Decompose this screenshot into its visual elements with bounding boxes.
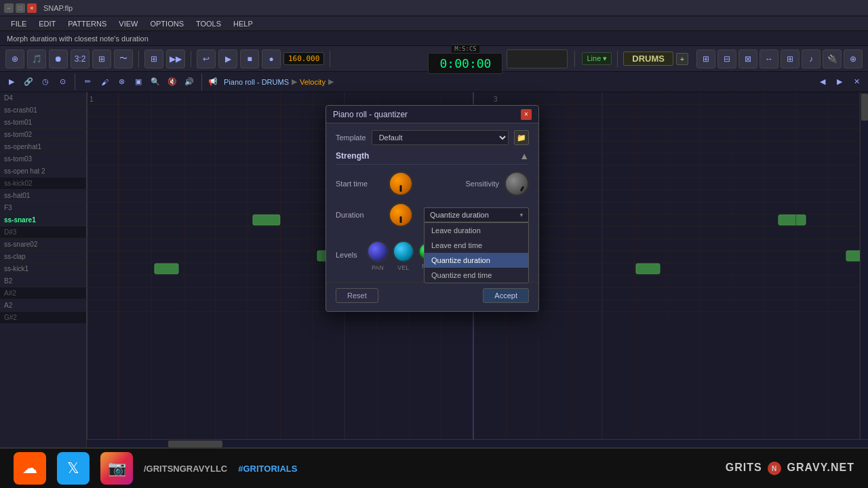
strength-title: Strength (336, 151, 369, 161)
key-b2[interactable]: B2 (0, 275, 86, 287)
line-selector[interactable]: Line ▾ (582, 52, 612, 65)
pr-loop[interactable]: ⊙ (55, 75, 70, 89)
menu-help[interactable]: HELP (228, 18, 258, 29)
magnet-btn[interactable]: 🎵 (27, 49, 46, 68)
pr-pencil[interactable]: ✏ (80, 75, 95, 89)
menu-options[interactable]: OPTIONS (144, 18, 189, 29)
record2-btn[interactable]: ● (262, 49, 281, 68)
key-tom01[interactable]: ss-tom01 (0, 117, 86, 129)
plugin-btn[interactable]: ⊞ (92, 49, 111, 68)
snap-btn[interactable]: ⊕ (5, 49, 24, 68)
play-btn[interactable]: ▶ (218, 49, 237, 68)
brand-end: GRAVY.NET (787, 462, 854, 473)
time-code: M:S:CS (452, 44, 479, 53)
stop-btn[interactable]: ■ (240, 49, 259, 68)
horizontal-scrollbar[interactable] (87, 439, 868, 447)
key-snare1[interactable]: ss-snare1 (0, 214, 86, 226)
count-btn[interactable]: 3:2 (71, 49, 90, 68)
tb-r5[interactable]: ⊞ (781, 49, 800, 68)
time-display: 0:00:00 (428, 53, 502, 74)
key-d3sharp[interactable]: D#3 (0, 226, 86, 239)
brand-logo: GRITS N GRAVY.NET (726, 462, 854, 476)
reset-button[interactable]: Reset (336, 288, 378, 303)
key-d4[interactable]: D4 (0, 92, 86, 104)
duration-knob[interactable] (389, 203, 413, 227)
key-hat01[interactable]: ss-hat01 (0, 190, 86, 202)
key-f3[interactable]: F3 (0, 202, 86, 214)
menu-patterns[interactable]: PATTERNS (62, 18, 112, 29)
tb-r6[interactable]: ♪ (802, 49, 821, 68)
key-g2sharp[interactable]: G#2 (0, 312, 86, 324)
vertical-scrollbar[interactable] (860, 92, 868, 447)
key-kick02[interactable]: ss-kick02 (0, 178, 86, 190)
tb-r2[interactable]: ⊟ (717, 49, 736, 68)
separator2 (191, 51, 191, 67)
menu-tools[interactable]: TOOLS (191, 18, 226, 29)
duration-dropdown-container: Quantize duration Leave duration Leave e… (424, 207, 529, 222)
start-time-knob[interactable] (389, 171, 413, 196)
close-button[interactable]: × (27, 3, 37, 13)
tb-r4[interactable]: ↔ (760, 49, 778, 68)
level-vel-label: VEL (397, 264, 409, 271)
option-quantize-duration[interactable]: Quantize duration (425, 253, 528, 268)
key-clap[interactable]: ss-clap (0, 251, 86, 263)
key-tom03[interactable]: ss-tom03 (0, 153, 86, 165)
pr-play[interactable]: ▶ (4, 75, 19, 89)
wave-btn[interactable]: 〜 (114, 49, 133, 68)
key-openhat1[interactable]: ss-openhat1 (0, 141, 86, 153)
template-select[interactable]: Default (372, 130, 509, 145)
maximize-button[interactable]: □ (16, 3, 25, 13)
key-crash01[interactable]: ss-crash01 (0, 104, 86, 117)
sensitivity-knob[interactable] (505, 171, 529, 196)
pr-brush[interactable]: 🖌 (97, 75, 112, 89)
duration-dropdown-btn[interactable]: Quantize duration (424, 207, 529, 222)
forward-btn[interactable]: ▶▶ (166, 49, 185, 68)
tb-r7[interactable]: 🔌 (823, 49, 842, 68)
twitter-icon[interactable]: 𝕏 (57, 452, 90, 485)
record-btn[interactable]: ⏺ (49, 49, 68, 68)
key-kick1[interactable]: ss-kick1 (0, 263, 86, 275)
dialog-close-button[interactable]: × (521, 109, 532, 120)
quantizer-dialog: Piano roll - quantizer × Template Defaul… (326, 105, 539, 312)
pr-nav-prev[interactable]: ◀ (815, 75, 830, 89)
menu-view[interactable]: VIEW (113, 18, 143, 29)
option-leave-end-time[interactable]: Leave end time (425, 238, 528, 253)
soundcloud-icon[interactable]: ☁ (14, 452, 46, 485)
tb-r8[interactable]: ⊕ (844, 49, 863, 68)
key-openhat2[interactable]: ss-open hat 2 (0, 165, 86, 178)
breadcrumb: Piano roll - DRUMS ▶ Velocity ▶ (224, 77, 334, 86)
key-snare02[interactable]: ss-snare02 (0, 239, 86, 251)
pr-magnet[interactable]: 🔗 (21, 75, 36, 89)
key-a2[interactable]: A2 (0, 300, 86, 312)
template-folder-btn[interactable]: 📁 (514, 130, 529, 145)
pr-wrap[interactable]: ◷ (38, 75, 53, 89)
pr-mute[interactable]: 🔇 (165, 75, 180, 89)
menu-file[interactable]: FILE (5, 18, 32, 29)
pr-close[interactable]: ✕ (849, 75, 864, 89)
drums-add-btn[interactable]: + (676, 53, 688, 65)
svg-rect-31 (155, 264, 178, 274)
menu-edit[interactable]: EDIT (33, 18, 61, 29)
rewind-btn[interactable]: ↩ (197, 49, 216, 68)
option-leave-duration[interactable]: Leave duration (425, 223, 528, 238)
sep-pr2 (201, 74, 202, 90)
svg-rect-34 (846, 251, 860, 261)
tb-r3[interactable]: ⊠ (738, 49, 757, 68)
instagram-icon[interactable]: 📷 (100, 452, 133, 485)
piano-btn[interactable]: ⊞ (144, 49, 163, 68)
level-vel-knob[interactable] (393, 241, 414, 262)
pr-speaker[interactable]: 🔊 (182, 75, 197, 89)
collapse-btn[interactable]: ▲ (519, 150, 529, 161)
option-quantize-end-time[interactable]: Quantize end time (425, 268, 528, 283)
pr-select[interactable]: ▣ (131, 75, 146, 89)
pr-zoom[interactable]: 🔍 (148, 75, 163, 89)
level-pan-knob[interactable] (367, 241, 389, 262)
pr-erase[interactable]: ⊗ (114, 75, 129, 89)
minimize-button[interactable]: − (4, 3, 14, 13)
bpm-display: 160.000 (283, 52, 324, 65)
tb-r1[interactable]: ⊞ (696, 49, 715, 68)
pr-nav-next[interactable]: ▶ (832, 75, 847, 89)
accept-button[interactable]: Accept (483, 288, 529, 303)
key-tom02[interactable]: ss-tom02 (0, 129, 86, 141)
key-a2sharp[interactable]: A#2 (0, 287, 86, 300)
